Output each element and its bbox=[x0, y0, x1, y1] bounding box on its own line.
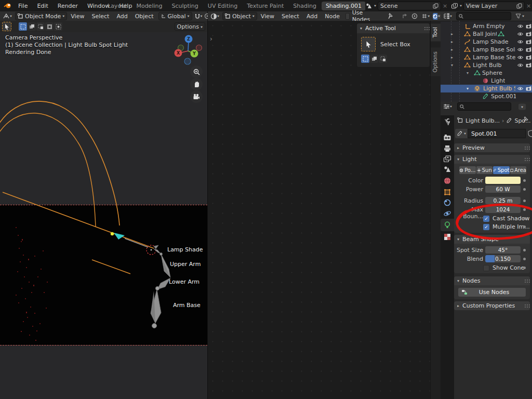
animate-dot[interactable] bbox=[523, 258, 526, 260]
tool-mode-set-icon[interactable] bbox=[361, 55, 369, 63]
tool-tab-icon[interactable] bbox=[443, 118, 451, 126]
properties-editor-type-icon[interactable] bbox=[443, 103, 450, 110]
show-cone-checkbox[interactable] bbox=[483, 265, 489, 271]
nodes-panel-header[interactable]: ▾ Nodes bbox=[454, 276, 530, 285]
viewport-canvas[interactable]: Z X Y Camera Perspective (1) Scene Colle… bbox=[0, 32, 207, 399]
hide-eye-icon[interactable] bbox=[517, 46, 524, 53]
panel-drag-dots-icon[interactable] bbox=[525, 158, 526, 159]
zoom-tool-icon[interactable] bbox=[190, 65, 203, 78]
outliner-row-lamp-shade[interactable]: ▸ Lamp Shade bbox=[441, 38, 532, 46]
outliner-row-sphere[interactable]: ▾ Sphere bbox=[441, 69, 532, 77]
use-nodes-button[interactable]: Use Nodes bbox=[458, 288, 526, 297]
snap-magnet-icon[interactable] bbox=[194, 13, 201, 19]
hide-eye-icon[interactable] bbox=[517, 23, 524, 30]
expand-down-icon[interactable]: ▾ bbox=[467, 86, 469, 91]
cast-shadow-checkbox[interactable]: ✓ bbox=[483, 216, 489, 222]
outliner-filter-icon[interactable] bbox=[515, 14, 521, 19]
beam-shape-panel-header[interactable]: ▾ Beam Shape bbox=[454, 235, 530, 244]
outliner-row-lamp-base-solid[interactable]: ▸ Lamp Base Solid bbox=[441, 46, 532, 54]
editor-type-icon[interactable] bbox=[3, 13, 10, 19]
workspace-tab-texture-paint[interactable]: Texture Paint bbox=[243, 2, 288, 10]
tool-mode-extend-icon[interactable] bbox=[370, 55, 378, 63]
workspace-tab-modeling[interactable]: Modeling bbox=[132, 2, 166, 10]
object-tab-icon[interactable] bbox=[443, 188, 451, 196]
light-data-tab-icon[interactable] bbox=[443, 221, 451, 229]
scene-tab-icon[interactable] bbox=[443, 165, 451, 174]
scene-name-field[interactable]: Scene bbox=[378, 2, 441, 10]
animate-dot[interactable] bbox=[523, 217, 526, 220]
properties-options-chevron-icon[interactable]: ▾ bbox=[518, 103, 526, 110]
shader-editor-type-chevron-icon[interactable]: ▾ bbox=[217, 14, 219, 18]
outliner-filter-chevron-icon[interactable]: ▾ bbox=[522, 14, 524, 18]
constraints-tab-icon[interactable] bbox=[443, 198, 451, 207]
breadcrumb-data-icon[interactable] bbox=[506, 117, 512, 124]
power-field[interactable]: 60 W bbox=[485, 185, 521, 193]
physics-tab-icon[interactable] bbox=[443, 209, 451, 218]
expand-right-icon[interactable]: ▸ bbox=[451, 55, 453, 60]
multiple-importance-checkbox[interactable]: ✓ bbox=[483, 224, 489, 230]
hide-eye-icon[interactable] bbox=[517, 38, 524, 45]
light-type-area-button[interactable]: Area bbox=[510, 166, 527, 174]
menu-render[interactable]: Render bbox=[53, 3, 83, 9]
toolbar-expand-icon[interactable]: › bbox=[210, 35, 212, 43]
disable-render-camera-icon[interactable] bbox=[525, 23, 532, 30]
animate-dot[interactable] bbox=[523, 225, 526, 228]
fake-user-shield-icon[interactable] bbox=[528, 130, 532, 137]
panel-drag-dots-icon[interactable] bbox=[424, 27, 425, 28]
vp-menu-view[interactable]: View bbox=[67, 13, 88, 20]
max-bounces-field[interactable]: 1024 bbox=[485, 206, 521, 213]
menu-edit[interactable]: Edit bbox=[32, 3, 52, 9]
custom-properties-panel-header[interactable]: ▸ Custom Properties bbox=[454, 301, 530, 310]
view-layer-icon[interactable] bbox=[451, 3, 458, 9]
render-tab-icon[interactable] bbox=[443, 134, 451, 142]
active-tool-panel-header[interactable]: ▾ Active Tool bbox=[357, 23, 430, 33]
spot-size-field[interactable]: 45° bbox=[485, 246, 521, 254]
workspace-tab-uv-editing[interactable]: UV Editing bbox=[204, 2, 242, 10]
select-box-tool-icon[interactable] bbox=[361, 37, 376, 51]
light-type-spot-button[interactable]: Spot bbox=[493, 166, 510, 174]
tool-mode-subtract-icon[interactable] bbox=[379, 55, 387, 63]
blender-logo-icon[interactable] bbox=[4, 2, 11, 9]
hide-eye-icon[interactable] bbox=[517, 31, 524, 37]
shader-snap-chevron-icon[interactable]: ▾ bbox=[428, 14, 430, 18]
shader-type-dropdown[interactable]: Object ▾ bbox=[222, 12, 257, 20]
datablock-type-icon[interactable]: ▾ bbox=[455, 129, 468, 138]
outliner-row-ball-joint[interactable]: ▸ Ball Joint bbox=[441, 30, 532, 38]
select-mode-invert-icon[interactable] bbox=[45, 22, 54, 31]
shader-proportional-icon[interactable] bbox=[411, 13, 418, 19]
light-type-sun-button[interactable]: Sun bbox=[476, 166, 493, 174]
breadcrumb-object-label[interactable]: Light Bulb... bbox=[466, 117, 500, 124]
expand-down-icon[interactable]: ▾ bbox=[467, 71, 469, 75]
expand-down-icon[interactable]: ▾ bbox=[451, 63, 453, 68]
outliner-row-spot-data[interactable]: Spot.001 bbox=[441, 92, 532, 100]
panel-drag-dots-icon[interactable] bbox=[525, 304, 526, 305]
workspace-tab-sculpting[interactable]: Sculpting bbox=[167, 2, 202, 10]
snap-chevron-icon[interactable]: ▾ bbox=[201, 14, 203, 18]
breadcrumb-object-icon[interactable] bbox=[457, 117, 463, 124]
overlays-toggle-icon[interactable] bbox=[433, 13, 437, 20]
outliner-search-input[interactable] bbox=[456, 12, 511, 20]
pin-icon[interactable] bbox=[388, 13, 393, 19]
animate-dot[interactable] bbox=[523, 249, 526, 251]
vp-menu-object[interactable]: Object bbox=[131, 13, 157, 20]
outliner-row-light-bulb-spot[interactable]: ▾ Light Bulb Spot Light bbox=[441, 85, 532, 92]
outliner-editor-type-icon[interactable] bbox=[443, 13, 450, 19]
select-mode-extend-icon[interactable] bbox=[28, 22, 36, 31]
outliner-row-lamp-base-stem[interactable]: ▸ Lamp Base Stem bbox=[441, 54, 532, 61]
panel-drag-dots-icon[interactable] bbox=[525, 147, 526, 148]
mode-dropdown[interactable]: Object Mode ▾ bbox=[15, 12, 67, 20]
disable-render-camera-icon[interactable] bbox=[525, 85, 532, 92]
disable-render-camera-icon[interactable] bbox=[525, 46, 532, 53]
editor-type-chevron-icon[interactable]: ▾ bbox=[10, 14, 12, 18]
outliner-row-arm-empty[interactable]: Arm Empty bbox=[441, 22, 532, 30]
pan-hand-icon[interactable] bbox=[190, 78, 203, 90]
light-type-point-button[interactable]: Po... bbox=[459, 166, 476, 174]
shader-snap-grid-icon[interactable] bbox=[421, 13, 428, 19]
camera-view-icon[interactable] bbox=[190, 90, 203, 103]
scene-icon[interactable] bbox=[365, 3, 373, 9]
options-dropdown[interactable]: Options ▾ bbox=[175, 22, 205, 31]
texture-tab-icon[interactable] bbox=[443, 233, 451, 241]
view-layer-tab-icon[interactable] bbox=[443, 155, 451, 163]
scene-unlink-icon[interactable]: × bbox=[443, 3, 447, 9]
color-swatch[interactable] bbox=[485, 177, 521, 184]
